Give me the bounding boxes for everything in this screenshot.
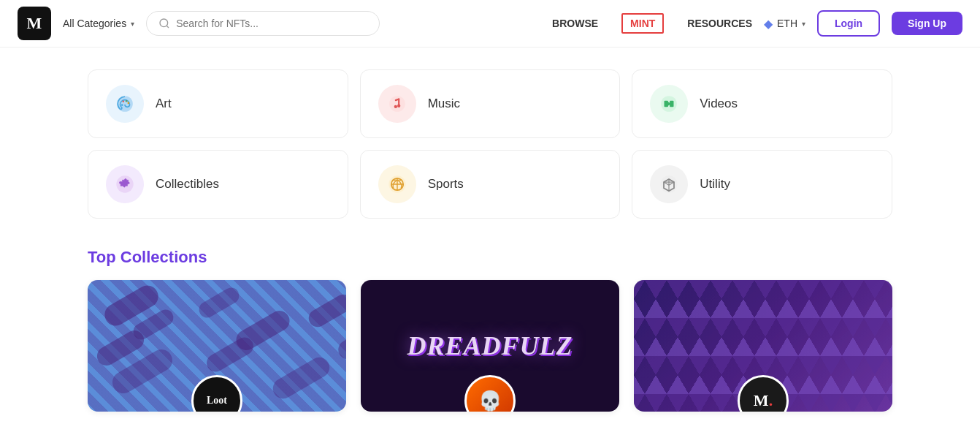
nav-links: BROWSE MINT RESOURCES — [552, 13, 752, 34]
eth-selector[interactable]: ◆ ETH ▾ — [764, 17, 805, 31]
svg-point-8 — [394, 105, 397, 108]
section-title-prefix: Top — [88, 248, 120, 266]
login-button[interactable]: Login — [817, 10, 880, 37]
palette-icon — [115, 94, 134, 113]
dreadfulz-avatar-icon: 💀 — [478, 390, 502, 412]
svg-point-3 — [121, 104, 123, 106]
music-note-icon — [388, 94, 407, 113]
collections-grid: Loot DREADFULZ 💀 M. — [88, 280, 892, 412]
category-card-sports[interactable]: Sports — [360, 150, 621, 219]
puzzle-icon — [115, 174, 135, 194]
search-bar — [146, 11, 380, 36]
main-content: Art Music — [0, 48, 980, 434]
sports-label: Sports — [428, 177, 464, 192]
section-title-highlight: Collections — [120, 248, 207, 266]
top-collections-section: Top Collections — [88, 248, 892, 412]
mint-logo-dot: . — [769, 391, 773, 409]
collection-card-mint[interactable]: M. — [634, 280, 892, 412]
category-grid: Art Music — [88, 69, 892, 219]
chevron-down-icon: ▾ — [131, 20, 134, 28]
art-label: Art — [156, 97, 172, 111]
basketball-icon — [387, 174, 407, 194]
all-categories-label: All Categories — [63, 18, 126, 29]
art-icon-container — [106, 85, 144, 123]
category-card-collectibles[interactable]: Collectibles — [88, 150, 348, 219]
category-card-music[interactable]: Music — [360, 69, 621, 138]
logo[interactable]: M — [18, 7, 51, 40]
utility-icon-container — [650, 165, 688, 203]
svg-point-4 — [123, 100, 125, 102]
dreadfulz-title: DREADFULZ — [407, 330, 573, 361]
signup-button[interactable]: Sign Up — [892, 12, 962, 35]
logo-letter: M — [27, 14, 42, 33]
search-icon — [158, 18, 170, 29]
collection-card-loot[interactable]: Loot — [88, 280, 346, 412]
svg-point-9 — [397, 105, 400, 107]
nav-resources[interactable]: RESOURCES — [687, 18, 752, 29]
search-input[interactable] — [176, 18, 367, 29]
nav-mint[interactable]: MINT — [621, 13, 664, 34]
collectibles-label: Collectibles — [156, 177, 219, 192]
category-card-utility[interactable]: Utility — [632, 150, 892, 219]
music-icon-container — [378, 85, 416, 123]
section-title: Top Collections — [88, 248, 892, 267]
category-card-videos[interactable]: Videos — [632, 69, 892, 138]
eth-label: ETH — [777, 18, 797, 29]
eth-chevron-icon: ▾ — [802, 20, 805, 28]
cube-icon — [659, 174, 679, 194]
mint-logo-icon: M. — [754, 391, 773, 410]
svg-point-2 — [117, 96, 133, 112]
eth-diamond-icon: ◆ — [764, 17, 773, 31]
all-categories-dropdown[interactable]: All Categories ▾ — [63, 18, 134, 29]
sports-icon-container — [378, 165, 416, 203]
play-icon — [659, 94, 678, 113]
svg-line-1 — [166, 26, 169, 28]
svg-point-7 — [389, 96, 405, 112]
header: M All Categories ▾ BROWSE MINT RESOURCES… — [0, 0, 980, 48]
category-card-art[interactable]: Art — [88, 69, 348, 138]
nav-browse[interactable]: BROWSE — [552, 18, 598, 29]
music-label: Music — [428, 97, 460, 111]
collectibles-icon-container — [106, 165, 144, 203]
utility-label: Utility — [700, 177, 730, 192]
loot-avatar-text: Loot — [207, 395, 227, 406]
collection-card-dreadfulz[interactable]: DREADFULZ 💀 — [361, 280, 619, 412]
videos-icon-container — [650, 85, 688, 123]
svg-point-6 — [128, 102, 130, 105]
svg-point-5 — [126, 100, 128, 102]
svg-point-0 — [160, 19, 168, 27]
videos-label: Videos — [700, 97, 738, 111]
